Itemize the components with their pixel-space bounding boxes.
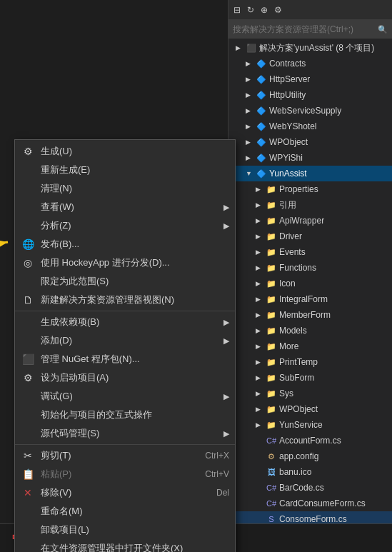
cm-sourcectrl[interactable]: 源代码管理(S) ▶ (15, 424, 235, 443)
properties-icon: 📁 (266, 184, 277, 194)
cm-view-arrow: ▶ (223, 203, 229, 212)
barcode-icon: C# (266, 483, 277, 493)
se-item-wpobject2[interactable]: ▶ 📁 WPObject (228, 401, 392, 417)
cm-remove[interactable]: ✕ 移除(V) Del (15, 483, 235, 502)
accountform-icon: C# (266, 436, 277, 446)
banuico-icon: 🖼 (266, 467, 277, 477)
se-item-webservice[interactable]: ▶ 🔷 WebServiceSupply (228, 103, 392, 119)
se-item-banuico[interactable]: ▶ 🖼 banu.ico (228, 464, 392, 480)
apiwrapper-arrow: ▶ (256, 217, 266, 224)
se-item-webyshotel[interactable]: ▶ 🔷 WebYShotel (228, 119, 392, 134)
cm-paste[interactable]: 📋 粘贴(P) Ctrl+V (15, 465, 235, 483)
icon-folder-icon: 📁 (266, 278, 277, 288)
cm-sourcectrl-arrow: ▶ (223, 429, 229, 438)
cm-cut[interactable]: ✂ 剪切(T) Ctrl+X (15, 446, 235, 465)
cm-clean[interactable]: 清理(N) (15, 179, 235, 198)
se-item-models[interactable]: ▶ 📁 Models (228, 323, 392, 338)
se-item-cardconsume[interactable]: ▶ C# CardConsumeForm.cs (228, 496, 392, 511)
cm-scope[interactable]: 限定为此范围(S) (15, 272, 235, 291)
cm-view[interactable]: 查看(W) ▶ (15, 198, 235, 216)
cm-analyze[interactable]: 分析(Z) ▶ (15, 216, 235, 235)
cm-hockeyapp[interactable]: ◎ 使用 HockeyApp 进行分发(D)... (15, 254, 235, 272)
memberform-arrow: ▶ (256, 311, 266, 318)
events-arrow: ▶ (256, 249, 266, 256)
se-solution-root[interactable]: ▶ ⬛ 解决方案'yunAssist' (8 个项目) (228, 40, 392, 56)
cm-deps[interactable]: 生成依赖项(B) ▶ (15, 313, 235, 331)
se-item-subform[interactable]: ▶ 📁 SubForm (228, 370, 392, 386)
se-item-yunassist[interactable]: ▼ 🔷 YunAssist (228, 166, 392, 181)
cm-rename[interactable]: 重命名(M) (15, 502, 235, 521)
solution-arrow: ▶ (236, 44, 246, 51)
wpobject2-label: WPObject (279, 404, 318, 414)
se-item-sys[interactable]: ▶ 📁 Sys (228, 386, 392, 401)
se-item-httputility[interactable]: ▶ 🔷 HttpUtility (228, 87, 392, 103)
se-item-wpyishi[interactable]: ▶ 🔷 WPYiShi (228, 150, 392, 166)
cm-newview-label: 新建解决方案资源管理器视图(N) (41, 293, 174, 306)
events-label: Events (279, 247, 306, 257)
cm-newview-icon: 🗋 (21, 294, 35, 306)
cm-debug[interactable]: 调试(G) ▶ (15, 387, 235, 406)
se-item-apiwrapper[interactable]: ▶ 📁 ApiWrapper (228, 213, 392, 229)
wpobject2-icon: 📁 (266, 404, 277, 414)
cm-newview[interactable]: 🗋 新建解决方案资源管理器视图(N) (15, 291, 235, 309)
se-item-integralform[interactable]: ▶ 📁 IntegralForm (228, 291, 392, 307)
se-item-driver[interactable]: ▶ 📁 Driver (228, 229, 392, 244)
httpserver-arrow: ▶ (246, 76, 256, 83)
se-item-appconfig[interactable]: ▶ ⚙ app.config (228, 448, 392, 464)
se-item-icon[interactable]: ▶ 📁 Icon (228, 276, 392, 291)
se-item-more[interactable]: ▶ 📁 More (228, 338, 392, 354)
cm-build-icon: ⚙ (21, 146, 35, 157)
se-item-memberform[interactable]: ▶ 📁 MemberForm (228, 307, 392, 323)
cm-analyze-label: 分析(Z) (41, 219, 71, 232)
refs-icon: 📁 (266, 200, 277, 210)
cm-build[interactable]: ⚙ 生成(U) (15, 142, 235, 161)
se-item-contracts[interactable]: ▶ 🔷 Contracts (228, 56, 392, 71)
cm-openfolder-label: 在文件资源管理器中打开文件夹(X) (41, 542, 183, 552)
cm-deps-label: 生成依赖项(B) (41, 316, 99, 328)
se-item-printtemp[interactable]: ▶ 📁 PrintTemp (228, 354, 392, 370)
refs-arrow: ▶ (256, 201, 266, 209)
se-item-refs[interactable]: ▶ 📁 引用 (228, 197, 392, 213)
se-item-yunservice[interactable]: ▶ 📁 YunService (228, 417, 392, 433)
cm-rebuild-label: 重新生成(E) (41, 164, 90, 176)
wpyishi-icon: 🔷 (256, 153, 267, 163)
webservice-arrow: ▶ (246, 107, 256, 114)
cm-publish-icon: 🌐 (21, 239, 35, 250)
se-search-input[interactable] (233, 24, 375, 34)
cm-cut-icon: ✂ (21, 450, 35, 461)
se-item-httpserver[interactable]: ▶ 🔷 HttpServer (228, 71, 392, 87)
cm-sep1 (15, 311, 235, 311)
webservice-label: WebServiceSupply (269, 106, 341, 116)
cm-nuget[interactable]: ⬛ 管理 NuGet 程序包(N)... (15, 350, 235, 368)
se-item-properties[interactable]: ▶ 📁 Properties (228, 181, 392, 197)
se-toolbar-refresh-icon[interactable]: ↻ (245, 4, 256, 16)
cm-rebuild[interactable]: 重新生成(E) (15, 161, 235, 179)
yunassist-icon: 🔷 (256, 169, 267, 179)
se-toolbar-collapse-icon[interactable]: ⊟ (231, 4, 243, 16)
se-toolbar-filter-icon[interactable]: ⊕ (258, 4, 270, 16)
cm-hockeyapp-icon: ◎ (21, 257, 35, 269)
cardconsume-label: CardConsumeForm.cs (279, 498, 366, 508)
cm-openfolder[interactable]: 在文件资源管理器中打开文件夹(X) (15, 539, 235, 552)
se-search-bar: 🔍 (228, 20, 392, 39)
cm-startup-icon: ⚙ (21, 372, 35, 383)
cm-clean-label: 清理(N) (41, 182, 72, 195)
printtemp-arrow: ▶ (256, 358, 266, 366)
se-item-functions[interactable]: ▶ 📁 Functions (228, 260, 392, 276)
se-item-barcode[interactable]: ▶ C# BarCode.cs (228, 480, 392, 496)
functions-label: Functions (279, 263, 316, 273)
cm-add[interactable]: 添加(D) ▶ (15, 331, 235, 350)
se-item-wpobject[interactable]: ▶ 🔷 WPObject (228, 134, 392, 150)
yunservice-arrow: ▶ (256, 421, 266, 428)
cm-unload[interactable]: 卸载项目(L) (15, 521, 235, 539)
cm-startup[interactable]: ⚙ 设为启动项目(A) (15, 368, 235, 387)
se-item-events[interactable]: ▶ 📁 Events (228, 244, 392, 260)
cm-publish[interactable]: 🌐 发布(B)... (15, 235, 235, 254)
se-toolbar-settings-icon[interactable]: ⚙ (272, 4, 284, 16)
icon-folder-arrow: ▶ (256, 280, 266, 287)
cm-nuget-icon: ⬛ (21, 353, 35, 365)
driver-icon: 📁 (266, 231, 277, 241)
cm-interact[interactable]: 初始化与项目的交互式操作 (15, 406, 235, 424)
cm-interact-label: 初始化与项目的交互式操作 (41, 408, 152, 421)
se-item-accountform[interactable]: ▶ C# AccountForm.cs (228, 433, 392, 448)
